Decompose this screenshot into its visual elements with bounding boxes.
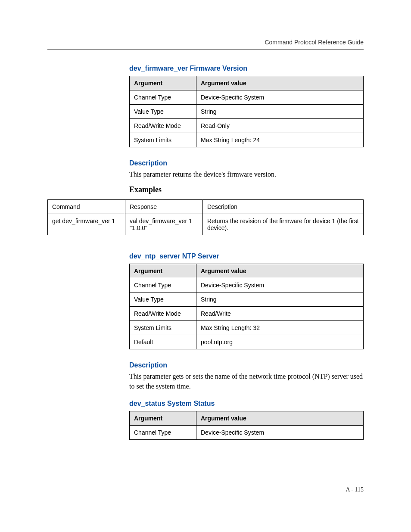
section-firmware: dev_firmware_ver Firmware Version Argume… <box>129 65 364 194</box>
section-title-ntp: dev_ntp_server NTP Server <box>129 252 364 260</box>
cell-val: Device-Specific System <box>196 90 364 105</box>
examples-table-wrapper: Command Response Description get dev_fir… <box>47 199 364 235</box>
table-row: System Limits Max String Length: 24 <box>130 133 364 147</box>
col-argument-value: Argument value <box>196 264 364 278</box>
page: Command Protocol Reference Guide dev_fir… <box>0 0 411 532</box>
cell-response: val dev_firmware_ver 1 "1.0.0" <box>125 214 203 235</box>
cell-desc: Returns the revision of the firmware for… <box>203 214 364 235</box>
table-row: Channel Type Device-Specific System <box>130 278 364 292</box>
running-header: Command Protocol Reference Guide <box>47 39 364 46</box>
col-response: Response <box>125 200 203 214</box>
cell-arg: System Limits <box>130 321 196 335</box>
table-header-row: Argument Argument value <box>130 411 364 426</box>
table-row: Read/Write Mode Read/Write <box>130 307 364 321</box>
table-row: Value Type String <box>130 292 364 307</box>
cell-arg: Channel Type <box>130 278 196 292</box>
cell-val: Max String Length: 24 <box>196 133 364 147</box>
cell-val: String <box>196 292 364 307</box>
col-argument: Argument <box>130 76 196 90</box>
table-row: Default pool.ntp.org <box>130 335 364 349</box>
table-row: Channel Type Device-Specific System <box>130 90 364 105</box>
cell-val: Read/Write <box>196 307 364 321</box>
header-rule <box>47 49 364 50</box>
col-argument-value: Argument value <box>196 411 364 426</box>
section-title-firmware: dev_firmware_ver Firmware Version <box>129 65 364 72</box>
table-header-row: Argument Argument value <box>130 264 364 278</box>
col-command: Command <box>48 200 125 214</box>
cell-arg: System Limits <box>130 133 196 147</box>
examples-heading: Examples <box>129 185 364 194</box>
cell-arg: Value Type <box>130 105 196 119</box>
ntp-arg-table: Argument Argument value Channel Type Dev… <box>129 264 364 349</box>
cell-arg: Read/Write Mode <box>130 307 196 321</box>
firmware-examples-table: Command Response Description get dev_fir… <box>47 199 364 235</box>
description-text: This parameter gets or sets the name of … <box>129 372 364 391</box>
cell-arg: Value Type <box>130 292 196 307</box>
description-heading: Description <box>129 159 364 167</box>
cell-command: get dev_firmware_ver 1 <box>48 214 125 235</box>
cell-arg: Read/Write Mode <box>130 119 196 133</box>
cell-val: pool.ntp.org <box>196 335 364 349</box>
page-number: A - 115 <box>346 486 364 493</box>
cell-val: Device-Specific System <box>196 278 364 292</box>
cell-arg: Default <box>130 335 196 349</box>
table-row: Read/Write Mode Read-Only <box>130 119 364 133</box>
cell-val: Max String Length: 32 <box>196 321 364 335</box>
section-title-status: dev_status System Status <box>129 400 364 408</box>
section-status: dev_status System Status Argument Argume… <box>129 400 364 440</box>
col-description: Description <box>203 200 364 214</box>
table-row: Channel Type Device-Specific System <box>130 426 364 440</box>
table-header-row: Command Response Description <box>48 200 364 214</box>
col-argument: Argument <box>130 264 196 278</box>
description-heading: Description <box>129 361 364 369</box>
table-header-row: Argument Argument value <box>130 76 364 90</box>
table-row: Value Type String <box>130 105 364 119</box>
firmware-arg-table: Argument Argument value Channel Type Dev… <box>129 76 364 147</box>
table-row: get dev_firmware_ver 1 val dev_firmware_… <box>48 214 364 235</box>
cell-val: Read-Only <box>196 119 364 133</box>
col-argument: Argument <box>130 411 196 426</box>
col-argument-value: Argument value <box>196 76 364 90</box>
table-row: System Limits Max String Length: 32 <box>130 321 364 335</box>
section-ntp: dev_ntp_server NTP Server Argument Argum… <box>129 252 364 391</box>
status-arg-table: Argument Argument value Channel Type Dev… <box>129 411 364 440</box>
cell-val: Device-Specific System <box>196 426 364 440</box>
cell-arg: Channel Type <box>130 90 196 105</box>
cell-arg: Channel Type <box>130 426 196 440</box>
description-text: This parameter returns the device's firm… <box>129 170 364 179</box>
cell-val: String <box>196 105 364 119</box>
